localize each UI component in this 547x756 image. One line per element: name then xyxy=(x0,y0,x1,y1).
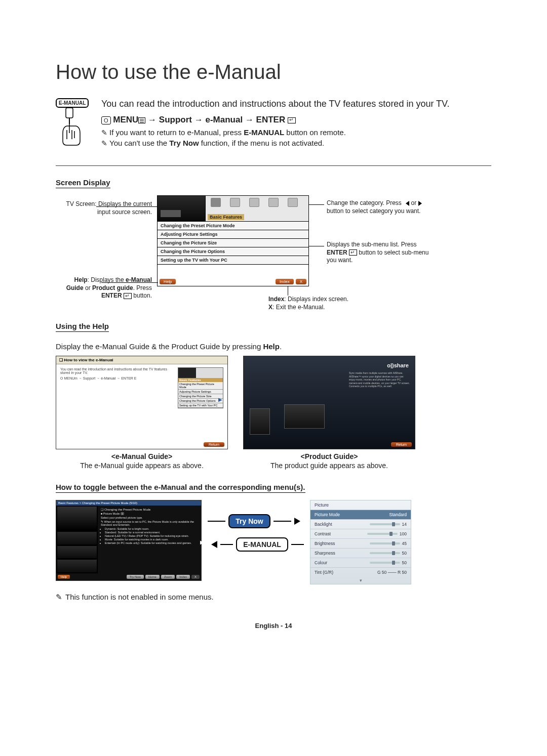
enter-icon xyxy=(349,249,357,256)
intro-text: You can read the introduction and instru… xyxy=(101,98,491,110)
tv-thumb xyxy=(57,546,97,559)
category-icon[interactable] xyxy=(288,198,298,207)
menu-row[interactable]: Picture ModeStandard xyxy=(310,510,411,519)
emanual-pill: E-MANUAL xyxy=(236,537,288,552)
slider[interactable] xyxy=(370,523,400,525)
index-button[interactable]: Index xyxy=(176,575,190,579)
callout-category: Change the category. Press or button to … xyxy=(327,199,438,215)
product-guide-caption-sub: The product guide appears as above. xyxy=(243,461,415,470)
category-bar: Basic Features xyxy=(206,196,308,221)
emanual-guide-text: You can read the introduction and instru… xyxy=(60,367,175,408)
enter-icon xyxy=(124,293,132,299)
page-footer: English - 14 xyxy=(56,622,491,629)
menu-row[interactable]: Contrast 100 xyxy=(310,529,411,538)
using-help-heading: Using the Help xyxy=(56,322,109,332)
slider[interactable] xyxy=(370,552,400,554)
category-icon[interactable] xyxy=(230,198,240,207)
svg-rect-0 xyxy=(66,108,73,118)
note-return: ✎If you want to return to e-Manual, pres… xyxy=(101,128,491,137)
right-arrow-icon: ▶ xyxy=(218,397,222,402)
help-button[interactable]: Help xyxy=(160,279,176,284)
try-now-pill: Try Now xyxy=(228,514,270,528)
slider[interactable] xyxy=(370,542,400,544)
note-trynow: ✎You can't use the Try Now function, if … xyxy=(101,139,491,147)
category-icon[interactable] xyxy=(249,198,259,207)
tv-thumb xyxy=(57,560,97,572)
x-button[interactable]: X xyxy=(296,279,306,284)
submenu-item[interactable]: Changing the Picture Size xyxy=(158,239,308,247)
product-guide-panel: o|)share Sync media from multiple source… xyxy=(243,356,415,449)
osd-icon: O xyxy=(101,116,111,124)
enter-icon xyxy=(288,117,296,123)
category-icon[interactable] xyxy=(211,198,221,207)
pen-icon: ✎ xyxy=(56,593,62,601)
menu-row[interactable]: Sharpness 50 xyxy=(310,548,411,558)
emanual-mock: Basic Features Changing the Preset Pictu… xyxy=(157,195,309,286)
menu-head: Picture xyxy=(310,500,411,510)
tv-thumb xyxy=(57,532,97,544)
submenu-item[interactable]: Adjusting Picture Settings xyxy=(158,230,308,239)
device-thumb xyxy=(250,408,270,435)
index-button[interactable]: Index xyxy=(276,279,294,284)
picture-menu-mock: Picture Picture ModeStandard Backlight 1… xyxy=(310,500,411,584)
screen-display-diagram: Basic Features Changing the Preset Pictu… xyxy=(56,195,491,317)
menu-row[interactable]: Colour 50 xyxy=(310,558,411,567)
right-arrow-icon: ▶ xyxy=(200,539,204,545)
category-icon[interactable] xyxy=(268,198,279,207)
pen-icon: ✎ xyxy=(101,139,107,147)
left-triangle-icon xyxy=(403,201,409,206)
return-button[interactable]: Return xyxy=(391,442,412,447)
submenu-list: Changing the Preset Picture Mode Adjusti… xyxy=(158,221,308,265)
return-button[interactable]: Return xyxy=(204,442,224,447)
callout-help: Help: Displays the e-Manual Guide or Pro… xyxy=(56,276,152,300)
submenu-item[interactable]: Changing the Preset Picture Mode xyxy=(158,222,308,230)
menu-icon xyxy=(138,117,145,123)
pen-icon: ✎ xyxy=(101,129,107,137)
nav-path: O MENU → Support → e-Manual → ENTER xyxy=(101,115,491,125)
emanual-badge: E-MANUAL xyxy=(56,98,89,108)
screen-display-heading: Screen Display xyxy=(56,178,110,188)
toggle-arrows: Try Now E-MANUAL xyxy=(208,500,304,552)
emanual-guide-caption: <e-Manual Guide> xyxy=(56,452,228,460)
tv-screen-thumb xyxy=(158,196,206,221)
menu-row[interactable]: Brightness 45 xyxy=(310,538,411,548)
slider[interactable] xyxy=(367,533,398,535)
tv-thumb xyxy=(57,507,97,530)
callout-index: Index: Displays index screen. X: Exit th… xyxy=(268,296,400,311)
menu-row[interactable]: Backlight 14 xyxy=(310,519,411,529)
menu-row[interactable]: Tint (G/R) G 50 —— R 50 xyxy=(310,567,411,577)
emanual-guide-title: ❏ How to view the e-Manual xyxy=(56,356,227,364)
using-help-intro: Display the e-Manual Guide & the Product… xyxy=(56,342,491,351)
right-triangle-icon xyxy=(418,201,424,206)
emanual-guide-caption-sub: The e-Manual guide appears as above. xyxy=(56,461,228,470)
toggle-heading: How to toggle between the e-Manual and t… xyxy=(56,483,305,493)
callout-tv: TV Screen: Displays the current input so… xyxy=(56,200,152,216)
try-now-button[interactable]: Try Now xyxy=(127,575,144,579)
help-button[interactable]: Help xyxy=(58,575,70,579)
category-label: Basic Features xyxy=(208,214,244,220)
submenu-item[interactable]: Changing the Picture Options xyxy=(158,247,308,256)
page-title: How to use the e-Manual xyxy=(56,61,491,83)
breadcrumb: Basic Features > Changing the Preset Pic… xyxy=(56,500,201,506)
allshare-blurb: Sync media from multiple sources with Al… xyxy=(349,371,410,388)
submenu-item[interactable]: Setting up the TV with Your PC xyxy=(158,256,308,265)
slider[interactable] xyxy=(370,562,400,564)
allshare-logo: o|)share xyxy=(387,362,409,368)
callout-submenu: Displays the sub-menu list. Press ENTER … xyxy=(327,241,438,265)
x-button[interactable]: X xyxy=(191,575,200,579)
zoom-button[interactable]: Zoom xyxy=(161,575,175,579)
device-thumb xyxy=(284,404,325,429)
emanual-detail-mock: Basic Features > Changing the Preset Pic… xyxy=(56,500,202,581)
home-button[interactable]: Home xyxy=(145,575,160,579)
emanual-guide-panel: ❏ How to view the e-Manual You can read … xyxy=(56,356,228,449)
remote-hand-graphic: E-MANUAL xyxy=(56,98,91,150)
final-note: ✎This function is not enabled in some me… xyxy=(56,593,491,602)
emanual-mini-mock: Basic Features Changing the Preset Pictu… xyxy=(178,367,223,408)
chevron-down-icon[interactable]: ▾ xyxy=(310,577,411,584)
product-guide-caption: <Product Guide> xyxy=(243,452,415,460)
